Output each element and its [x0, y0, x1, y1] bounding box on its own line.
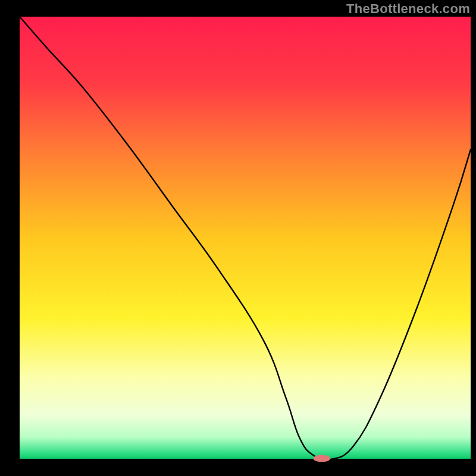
- chart-frame: TheBottleneck.com: [0, 0, 476, 476]
- min-marker: [313, 455, 330, 462]
- watermark-text: TheBottleneck.com: [346, 1, 470, 17]
- plot-background: [20, 17, 471, 459]
- bottleneck-plot: [0, 0, 476, 476]
